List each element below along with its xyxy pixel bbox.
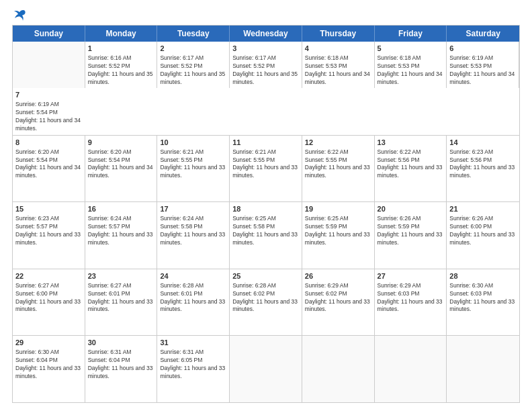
cal-cell-empty (13, 42, 85, 88)
cal-cell-25: 25Sunrise: 6:28 AMSunset: 6:02 PMDayligh… (230, 269, 302, 336)
day-number: 9 (88, 138, 154, 148)
logo (12, 12, 28, 19)
day-info: Sunrise: 6:21 AMSunset: 5:55 PMDaylight:… (160, 148, 226, 181)
day-info: Sunrise: 6:20 AMSunset: 5:54 PMDaylight:… (88, 148, 154, 181)
day-info: Sunrise: 6:23 AMSunset: 5:57 PMDaylight:… (15, 215, 82, 247)
logo-bird-icon (13, 9, 28, 21)
header-day-tuesday: Tuesday (157, 26, 230, 42)
day-number: 11 (232, 138, 299, 148)
day-number: 27 (378, 271, 444, 281)
calendar-row-3: 15Sunrise: 6:23 AMSunset: 5:57 PMDayligh… (13, 201, 519, 269)
day-info: Sunrise: 6:21 AMSunset: 5:55 PMDaylight:… (232, 148, 299, 181)
day-info: Sunrise: 6:26 AMSunset: 5:59 PMDaylight:… (378, 215, 444, 247)
cal-cell-29: 29Sunrise: 6:30 AMSunset: 6:04 PMDayligh… (13, 336, 85, 402)
cal-cell-14: 14Sunrise: 6:23 AMSunset: 5:56 PMDayligh… (447, 136, 519, 202)
day-info: Sunrise: 6:25 AMSunset: 5:59 PMDaylight:… (305, 215, 371, 247)
day-number: 18 (232, 204, 299, 214)
day-info: Sunrise: 6:25 AMSunset: 5:58 PMDaylight:… (232, 215, 299, 247)
cal-cell-24: 24Sunrise: 6:28 AMSunset: 6:01 PMDayligh… (157, 269, 230, 336)
header-day-thursday: Thursday (302, 26, 375, 42)
cal-cell-31: 31Sunrise: 6:31 AMSunset: 6:05 PMDayligh… (157, 336, 230, 402)
day-info: Sunrise: 6:24 AMSunset: 5:58 PMDaylight:… (160, 215, 226, 247)
cal-cell-26: 26Sunrise: 6:29 AMSunset: 6:02 PMDayligh… (302, 269, 375, 336)
cal-cell-21: 21Sunrise: 6:26 AMSunset: 6:00 PMDayligh… (447, 202, 519, 269)
calendar-body: 1Sunrise: 6:16 AMSunset: 5:52 PMDaylight… (13, 42, 519, 402)
header-day-friday: Friday (375, 26, 447, 42)
header-day-monday: Monday (85, 26, 158, 42)
day-info: Sunrise: 6:18 AMSunset: 5:53 PMDaylight:… (305, 54, 371, 87)
day-number: 30 (88, 338, 154, 348)
header-day-sunday: Sunday (13, 26, 85, 42)
calendar-header: SundayMondayTuesdayWednesdayThursdayFrid… (13, 26, 519, 42)
day-number: 28 (449, 271, 517, 281)
day-number: 16 (88, 204, 154, 214)
day-number: 4 (305, 44, 371, 54)
day-number: 6 (449, 44, 516, 54)
cal-cell-9: 9Sunrise: 6:20 AMSunset: 5:54 PMDaylight… (85, 136, 158, 202)
day-number: 1 (88, 44, 154, 54)
cal-cell-22: 22Sunrise: 6:27 AMSunset: 6:00 PMDayligh… (13, 269, 85, 336)
day-number: 20 (378, 204, 444, 214)
day-info: Sunrise: 6:27 AMSunset: 6:01 PMDaylight:… (88, 282, 154, 314)
day-info: Sunrise: 6:17 AMSunset: 5:52 PMDaylight:… (160, 54, 226, 87)
day-number: 15 (15, 204, 82, 214)
day-number: 19 (305, 204, 371, 214)
calendar-row-2: 8Sunrise: 6:20 AMSunset: 5:54 PMDaylight… (13, 135, 519, 202)
header-day-saturday: Saturday (447, 26, 519, 42)
cal-cell-16: 16Sunrise: 6:24 AMSunset: 5:57 PMDayligh… (85, 202, 158, 269)
day-number: 2 (160, 44, 226, 54)
cal-cell-10: 10Sunrise: 6:21 AMSunset: 5:55 PMDayligh… (157, 136, 230, 202)
cal-cell-empty (375, 336, 447, 402)
day-number: 5 (378, 44, 444, 54)
day-number: 7 (15, 90, 83, 100)
day-number: 31 (160, 338, 226, 348)
cal-cell-11: 11Sunrise: 6:21 AMSunset: 5:55 PMDayligh… (230, 136, 302, 202)
day-number: 12 (305, 138, 371, 148)
day-info: Sunrise: 6:19 AMSunset: 5:53 PMDaylight:… (449, 54, 516, 87)
cal-cell-19: 19Sunrise: 6:25 AMSunset: 5:59 PMDayligh… (302, 202, 375, 269)
day-info: Sunrise: 6:26 AMSunset: 6:00 PMDaylight:… (449, 215, 517, 247)
day-info: Sunrise: 6:27 AMSunset: 6:00 PMDaylight:… (15, 282, 82, 314)
day-info: Sunrise: 6:24 AMSunset: 5:57 PMDaylight:… (88, 215, 154, 247)
calendar-row-5: 29Sunrise: 6:30 AMSunset: 6:04 PMDayligh… (13, 335, 519, 402)
cal-cell-30: 30Sunrise: 6:31 AMSunset: 6:04 PMDayligh… (85, 336, 158, 402)
page: SundayMondayTuesdayWednesdayThursdayFrid… (0, 0, 532, 411)
header (12, 12, 520, 19)
day-number: 14 (449, 138, 517, 148)
cal-cell-13: 13Sunrise: 6:22 AMSunset: 5:56 PMDayligh… (375, 136, 447, 202)
day-number: 21 (449, 204, 517, 214)
day-info: Sunrise: 6:16 AMSunset: 5:52 PMDaylight:… (88, 54, 154, 87)
cal-cell-4: 4Sunrise: 6:18 AMSunset: 5:53 PMDaylight… (302, 42, 375, 88)
day-info: Sunrise: 6:20 AMSunset: 5:54 PMDaylight:… (15, 148, 82, 181)
day-number: 26 (305, 271, 371, 281)
cal-cell-5: 5Sunrise: 6:18 AMSunset: 5:53 PMDaylight… (375, 42, 447, 88)
day-info: Sunrise: 6:18 AMSunset: 5:53 PMDaylight:… (378, 54, 444, 87)
day-number: 3 (232, 44, 299, 54)
cal-cell-3: 3Sunrise: 6:17 AMSunset: 5:52 PMDaylight… (230, 42, 302, 88)
day-info: Sunrise: 6:19 AMSunset: 5:54 PMDaylight:… (15, 101, 83, 133)
day-info: Sunrise: 6:30 AMSunset: 6:03 PMDaylight:… (449, 282, 517, 314)
day-number: 8 (15, 138, 82, 148)
calendar-row-1: 1Sunrise: 6:16 AMSunset: 5:52 PMDaylight… (13, 42, 519, 135)
day-number: 22 (15, 271, 82, 281)
cal-cell-27: 27Sunrise: 6:29 AMSunset: 6:03 PMDayligh… (375, 269, 447, 336)
day-info: Sunrise: 6:28 AMSunset: 6:01 PMDaylight:… (160, 282, 226, 314)
calendar: SundayMondayTuesdayWednesdayThursdayFrid… (12, 25, 520, 403)
day-info: Sunrise: 6:31 AMSunset: 6:05 PMDaylight:… (160, 349, 226, 381)
calendar-row-4: 22Sunrise: 6:27 AMSunset: 6:00 PMDayligh… (13, 269, 519, 336)
day-number: 29 (15, 338, 82, 348)
day-info: Sunrise: 6:22 AMSunset: 5:56 PMDaylight:… (378, 148, 444, 181)
day-info: Sunrise: 6:17 AMSunset: 5:52 PMDaylight:… (232, 54, 299, 87)
cal-cell-17: 17Sunrise: 6:24 AMSunset: 5:58 PMDayligh… (157, 202, 230, 269)
day-number: 25 (232, 271, 299, 281)
cal-cell-15: 15Sunrise: 6:23 AMSunset: 5:57 PMDayligh… (13, 202, 85, 269)
cal-cell-7: 7Sunrise: 6:19 AMSunset: 5:54 PMDaylight… (13, 88, 85, 134)
cal-cell-6: 6Sunrise: 6:19 AMSunset: 5:53 PMDaylight… (447, 42, 519, 88)
day-info: Sunrise: 6:28 AMSunset: 6:02 PMDaylight:… (232, 282, 299, 314)
day-number: 17 (160, 204, 226, 214)
day-info: Sunrise: 6:22 AMSunset: 5:55 PMDaylight:… (305, 148, 371, 181)
cal-cell-1: 1Sunrise: 6:16 AMSunset: 5:52 PMDaylight… (85, 42, 158, 88)
day-info: Sunrise: 6:31 AMSunset: 6:04 PMDaylight:… (88, 349, 154, 381)
cal-cell-2: 2Sunrise: 6:17 AMSunset: 5:52 PMDaylight… (157, 42, 230, 88)
cal-cell-empty (447, 336, 519, 402)
